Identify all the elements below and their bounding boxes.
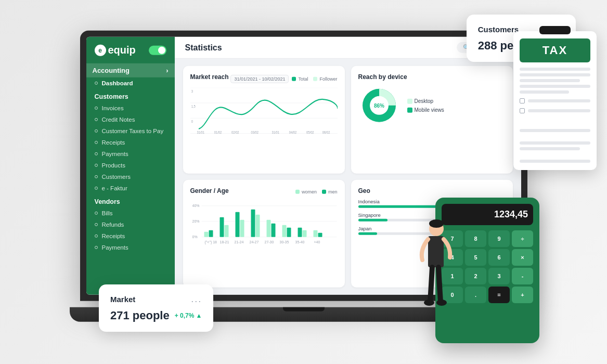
calc-btn-mul[interactable]: × [512, 249, 533, 266]
calc-btn-eq[interactable]: = [488, 287, 510, 303]
calc-btn-div[interactable]: ÷ [512, 230, 533, 247]
sidebar-item-dashboard[interactable]: Dashboard [86, 77, 175, 89]
sidebar-item-products[interactable]: Products [86, 160, 175, 171]
calc-btn-8[interactable]: 8 [465, 230, 486, 247]
calc-btn-sub[interactable]: - [512, 268, 533, 284]
scene: e equip Accounting › Dashboard [0, 0, 607, 364]
geo-bar-singapore [358, 219, 388, 222]
calc-btn-3[interactable]: 3 [488, 268, 510, 284]
sidebar-item-vendor-payments[interactable]: Payments [86, 242, 175, 253]
svg-text:86%: 86% [373, 103, 384, 109]
svg-rect-37 [302, 230, 306, 237]
tax-line [520, 90, 569, 94]
svg-text:06/02: 06/02 [322, 130, 330, 134]
svg-rect-31 [255, 215, 260, 237]
svg-text:1,5: 1,5 [191, 104, 195, 108]
float-market-title: Market [110, 295, 135, 304]
sidebar-item-efaktur[interactable]: e - Faktur [86, 183, 175, 194]
sidebar-accounting-section[interactable]: Accounting › [86, 63, 175, 77]
svg-text:+40: +40 [314, 240, 320, 244]
float-market-dots[interactable]: ... [191, 294, 202, 305]
sidebar-item-customers[interactable]: Customers [86, 171, 175, 183]
svg-text:0%: 0% [192, 235, 197, 239]
gender-legend: women men [295, 189, 338, 194]
svg-text:30-35: 30-35 [279, 240, 289, 244]
svg-text:03/02: 03/02 [251, 130, 259, 134]
svg-rect-29 [240, 220, 244, 237]
legend-total-dot [292, 77, 296, 81]
calc-btn-add[interactable]: + [512, 287, 533, 303]
tax-line [520, 73, 590, 76]
svg-point-50 [424, 300, 434, 306]
sidebar-item-vendor-receipts[interactable]: Receipts [86, 230, 175, 242]
sidebar-item-bills[interactable]: Bills [86, 207, 175, 219]
svg-text:3: 3 [191, 89, 192, 93]
clipboard-clip [539, 26, 571, 34]
reach-by-device-content: 86% Desktop [358, 85, 506, 126]
sidebar-dot [95, 82, 98, 85]
svg-text:01/02: 01/02 [214, 130, 222, 134]
sidebar-dot [95, 246, 98, 249]
tax-checkbox-1 [520, 98, 525, 103]
legend-women: women [295, 189, 317, 194]
market-reach-card: Market reach 31/01/2021 - 10/02/2021 Tot… [183, 66, 345, 174]
gender-age-card: Gender / Age women men [183, 180, 345, 288]
tax-line [520, 141, 590, 145]
tax-clipboard: TAX [513, 26, 597, 170]
sidebar-dot [95, 235, 98, 238]
tax-label: TAX [525, 44, 585, 57]
svg-rect-38 [313, 230, 317, 237]
svg-text:0: 0 [191, 119, 192, 123]
calc-btn-2[interactable]: 2 [465, 268, 486, 284]
svg-point-52 [429, 219, 444, 228]
men-dot [322, 190, 326, 194]
sidebar-item-invoices[interactable]: Invoices [86, 102, 175, 114]
donut-chart: 86% [358, 85, 400, 126]
svg-rect-28 [235, 212, 239, 237]
sidebar-item-receipts[interactable]: Receipts [86, 137, 175, 148]
chart-header: Market reach 31/01/2021 - 10/02/2021 Tot… [190, 73, 338, 85]
sidebar-item-credit-notes[interactable]: Credit Notes [86, 114, 175, 125]
svg-text:27-30: 27-30 [264, 240, 274, 244]
tax-header: TAX [520, 38, 590, 62]
gender-age-chart: 40% 20% 0% [190, 202, 338, 249]
calc-btn-5[interactable]: 5 [465, 249, 486, 266]
sidebar-item-refunds[interactable]: Refunds [86, 219, 175, 230]
floating-market-card: Market ... 271 people + 0,7% ▲ [99, 284, 213, 332]
gender-age-header: Gender / Age women men [190, 187, 338, 199]
tax-checkbox-2 [520, 108, 525, 113]
calc-btn-6[interactable]: 6 [488, 249, 510, 266]
float-customers-title: Customers [478, 25, 519, 34]
legend-follower-dot [313, 77, 317, 81]
svg-text:40%: 40% [192, 204, 199, 207]
sidebar-dot [95, 129, 98, 133]
gender-age-title: Gender / Age [190, 187, 229, 194]
reach-by-device-title: Reach by device [358, 73, 506, 81]
sidebar-logo: e equip [86, 37, 175, 63]
date-range[interactable]: 31/01/2021 - 10/02/2021 [230, 75, 289, 83]
svg-text:18-21: 18-21 [219, 240, 229, 244]
tax-checkbox-row [520, 98, 590, 103]
legend-men: men [322, 189, 338, 194]
legend-total: Total [292, 76, 308, 82]
svg-rect-27 [224, 225, 228, 237]
women-dot [295, 190, 300, 194]
sidebar-toggle[interactable] [149, 45, 166, 55]
calc-btn-dot[interactable]: . [465, 287, 486, 303]
sidebar-customers-category: Customers [86, 89, 175, 102]
sidebar-dot [95, 164, 98, 167]
sidebar-dot [95, 187, 98, 190]
svg-rect-33 [271, 224, 275, 237]
sidebar-item-payments[interactable]: Payments [86, 148, 175, 160]
svg-text:35-40: 35-40 [295, 240, 304, 244]
sidebar-item-customer-taxes[interactable]: Customer Taxes to Pay [86, 125, 175, 137]
legend-desktop: Desktop [407, 98, 444, 104]
tax-checkbox-line-2 [528, 109, 590, 112]
sidebar-dot [95, 118, 98, 121]
float-market-badge: + 0,7% ▲ [175, 312, 202, 319]
svg-rect-26 [219, 217, 224, 237]
market-reach-chart: 3 1,5 0 31/01 01/02 02/02 03/02 31/01 [190, 88, 338, 135]
calc-btn-9[interactable]: 9 [488, 230, 510, 247]
sidebar-dot [95, 152, 98, 155]
tax-line [520, 147, 580, 150]
